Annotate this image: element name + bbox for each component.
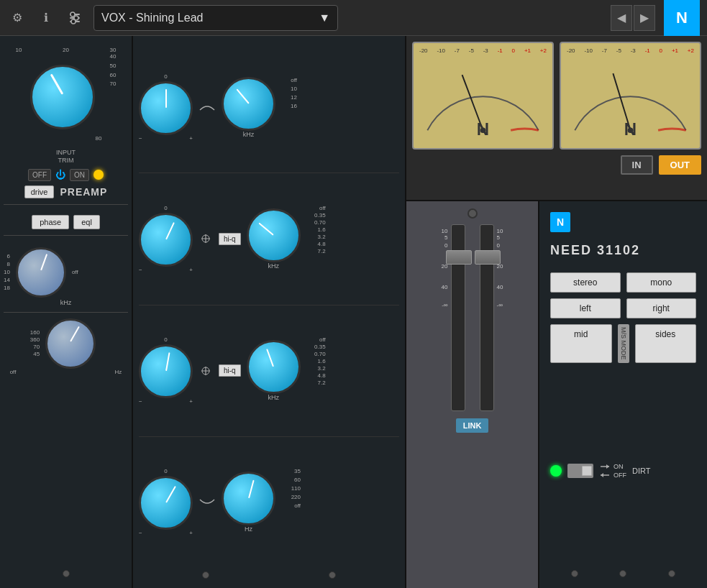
gear-icon[interactable]: ⚙ — [7, 8, 27, 28]
eq-band1-freq: off101216 kHz — [222, 77, 275, 138]
preamp-top: 102030 40506070 80 INPUTTRIM OFF ⏻ ON dr… — [4, 43, 128, 205]
power-icon[interactable]: ⏻ — [55, 169, 65, 180]
nav-next-button[interactable]: ▶ — [634, 5, 655, 31]
eq-panel-dots — [139, 568, 399, 582]
eq-band3-hiq: hi-q — [219, 364, 241, 377]
nav-prev-button[interactable]: ◀ — [611, 5, 632, 31]
eq-band3: 0 −+ hi-q off0.350.701.63.24.87.2 kHz — [139, 306, 399, 437]
need-title: NEED 31102 — [550, 243, 696, 258]
on-toggle[interactable]: ON — [70, 169, 89, 181]
svg-point-3 — [70, 12, 75, 17]
mono-button[interactable]: mono — [626, 272, 697, 293]
right-fader-rail[interactable] — [480, 224, 494, 411]
chevron-down-icon: ▼ — [319, 12, 330, 24]
phase-button[interactable]: phase — [32, 215, 69, 229]
eql-button[interactable]: eql — [73, 215, 100, 229]
preamp-panel: 102030 40506070 80 INPUTTRIM OFF ⏻ ON dr… — [0, 36, 133, 588]
phase-eql-section: phase eql — [4, 205, 128, 236]
right-button[interactable]: right — [626, 298, 697, 318]
left-fader-thumb[interactable] — [446, 250, 472, 265]
eq-band3-gain: 0 −+ — [139, 336, 193, 405]
eq-band2: 0 −+ hi-q off0.350.701.63.24.87.2 kHz — [139, 173, 399, 305]
lf-freq-knob[interactable] — [45, 318, 96, 369]
eq-band3-gain-knob[interactable] — [139, 344, 193, 398]
eq-band2-gain-knob[interactable] — [139, 213, 193, 267]
eq-band1-freq-label: kHz — [243, 131, 255, 138]
eq-band2-filter-symbol — [199, 233, 213, 244]
ms-row: mid M/S MODE sides — [550, 324, 696, 363]
power-led — [93, 170, 104, 180]
eq-band1-gain-knob[interactable] — [139, 81, 193, 135]
fader-section: 1050 20 40 -∞ — [406, 201, 539, 588]
eq-band4: 0 −+ 3560110220off Hz — [139, 437, 399, 568]
drive-button[interactable]: drive — [24, 185, 55, 198]
fader-top-dot — [467, 208, 478, 219]
link-button[interactable]: LINK — [456, 418, 489, 433]
ms-mode-label: M/S MODE — [618, 324, 629, 363]
dirt-section: ON OFF DIRT — [550, 449, 696, 479]
mid-button[interactable]: mid — [550, 324, 612, 363]
out-button[interactable]: OUT — [659, 155, 701, 175]
eq-band2-hiq: hi-q — [219, 233, 241, 245]
vu-meter-right: -20-10-7-5-3 -10 +1+2 N — [560, 42, 701, 150]
dirt-slider[interactable] — [567, 464, 593, 478]
hf-freq-knob[interactable] — [16, 247, 66, 298]
eq-band2-freq: off0.350.701.63.24.87.2 kHz — [247, 208, 301, 270]
preset-name: VOX - Shining Lead — [101, 12, 203, 24]
eq-band1-freq-knob[interactable] — [222, 77, 275, 131]
preamp-controls: OFF ⏻ ON — [28, 169, 104, 181]
stereo-button[interactable]: stereo — [550, 272, 621, 293]
eq-band4-gain: 0 −+ — [139, 468, 193, 536]
svg-point-5 — [71, 19, 76, 24]
eq-band2-gain: 0 −+ — [139, 205, 193, 273]
need-n-logo: N — [550, 212, 570, 232]
input-trim-label: INPUTTRIM — [56, 149, 76, 165]
eq-band2-hiq-button[interactable]: hi-q — [219, 233, 241, 245]
need-button-grid: stereo mono left right — [550, 272, 696, 318]
right-fader: 1050 20 40 -∞ — [480, 224, 503, 411]
on-label: ON — [614, 463, 624, 470]
lf-section: 1603607045 offHz — [4, 318, 128, 375]
eq-band4-freq-label: Hz — [245, 525, 252, 533]
eq-band3-freq: off0.350.701.63.24.87.2 kHz — [247, 340, 301, 401]
left-button[interactable]: left — [550, 298, 621, 318]
sliders-icon[interactable] — [65, 8, 85, 28]
need-header: N — [550, 212, 696, 232]
hf-freq-label: kHz — [60, 299, 72, 306]
eq-band3-filter-symbol — [199, 365, 213, 377]
vu-meter-left: -20-10-7-5-3 -10 +1+2 N — [412, 42, 554, 150]
in-out-buttons: IN OUT — [412, 155, 701, 175]
dirt-on-off: ON OFF — [599, 463, 626, 479]
eq-band4-gain-knob[interactable] — [139, 476, 193, 530]
off-toggle[interactable]: OFF — [28, 169, 51, 181]
need-31102-panel: N NEED 31102 stereo mono left right mid … — [539, 201, 707, 588]
preset-dropdown[interactable]: VOX - Shining Lead ▼ — [93, 5, 338, 31]
eq-band3-hiq-button[interactable]: hi-q — [219, 364, 241, 377]
eq-band4-freq: 3560110220off Hz — [222, 472, 275, 533]
right-fader-thumb[interactable] — [475, 250, 501, 265]
dirt-label: DIRT — [632, 467, 650, 475]
eq-band1: 0 −+ off101216 kHz — [139, 42, 399, 173]
eq-band2-freq-knob[interactable] — [247, 208, 301, 262]
left-fader-rail[interactable] — [451, 224, 465, 411]
n-logo: N — [664, 0, 700, 36]
eq-band1-gain: 0 −+ — [139, 73, 193, 142]
eq-band4-freq-knob[interactable] — [222, 472, 275, 525]
lower-right: 1050 20 40 -∞ — [406, 201, 707, 588]
input-trim-knob[interactable] — [30, 65, 95, 129]
left-fader: 1050 20 40 -∞ — [442, 224, 465, 411]
panel-dots-bottom — [55, 566, 77, 581]
need-panel-dots — [550, 564, 696, 577]
eq-panel: 0 −+ off101216 kHz — [133, 36, 406, 588]
eq-band3-freq-knob[interactable] — [247, 340, 301, 394]
info-icon[interactable]: ℹ — [36, 8, 56, 28]
vu-right-label: N — [624, 119, 637, 139]
fader-pair: 1050 20 40 -∞ — [414, 224, 531, 411]
sides-button[interactable]: sides — [635, 324, 697, 363]
dirt-led — [550, 465, 562, 477]
eq-band1-filter-symbol — [199, 101, 216, 113]
vu-area: -20-10-7-5-3 -10 +1+2 N — [406, 36, 707, 201]
preamp-label: PREAMP — [60, 186, 107, 198]
eq-band3-freq-label: kHz — [268, 394, 279, 401]
in-button[interactable]: IN — [621, 155, 653, 175]
